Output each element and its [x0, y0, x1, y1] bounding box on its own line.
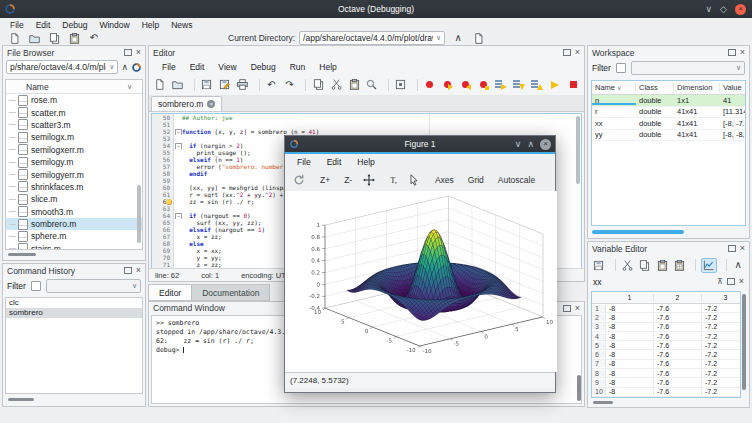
autoscale-button[interactable]: Autoscale [493, 173, 540, 187]
code-line[interactable]: 50## Author: jwe [152, 114, 581, 121]
variable-grid-row-8[interactable]: 8-8-7.6-7.2 [592, 369, 740, 378]
close-panel-icon[interactable]: × [136, 48, 141, 57]
workspace-header-value[interactable]: Value [720, 83, 746, 92]
menu-debug[interactable]: Debug [56, 19, 93, 31]
paste-table-button[interactable] [673, 259, 687, 272]
paste-button[interactable] [347, 78, 361, 91]
file-item-stairs[interactable]: stairs.m [6, 243, 142, 250]
code-line[interactable]: 52−function [x, y, z] = sombrero (n = 41… [152, 128, 581, 135]
breakpoint-marker[interactable] [166, 199, 172, 205]
figure-maximize-button[interactable]: ∧ [527, 140, 534, 149]
workspace-header-name[interactable]: Name ∨ [592, 83, 636, 92]
editor-vscrollbar[interactable] [576, 116, 580, 184]
rotate-tool[interactable] [291, 174, 307, 187]
close-panel-icon[interactable]: × [740, 48, 745, 57]
float-panel-icon[interactable] [563, 49, 571, 56]
figure-titlebar[interactable]: Figure 1 ∨ ∧ × [285, 136, 555, 152]
workspace-row-xx[interactable]: xxdouble41x41[-8, -7.6 [592, 118, 745, 130]
workspace-header-dimension[interactable]: Dimension [674, 83, 720, 92]
file-item-rose[interactable]: rose.m [6, 94, 142, 106]
file-item-sphere[interactable]: sphere.m [6, 230, 142, 242]
workspace-row-r[interactable]: rdouble41x41[11.314 [592, 107, 745, 119]
open-file-button[interactable] [171, 78, 185, 91]
file-item-smooth3[interactable]: smooth3.m [6, 206, 142, 218]
command-window-vscrollbar[interactable] [577, 375, 581, 401]
close-panel-icon[interactable]: × [575, 48, 580, 57]
history-item-sombrero[interactable]: sombrero [6, 308, 142, 318]
float-panel-icon[interactable] [727, 278, 735, 285]
float-panel-icon[interactable] [124, 49, 132, 56]
open-file-button[interactable] [26, 32, 42, 45]
close-panel-icon[interactable]: × [136, 266, 141, 275]
tab-editor[interactable]: Editor [148, 284, 192, 301]
editor-menu-help[interactable]: Help [312, 62, 343, 72]
variable-grid-row-5[interactable]: 5-8-7.6-7.2 [592, 341, 740, 350]
float-panel-icon[interactable] [728, 49, 736, 56]
figure-close-button[interactable]: × [540, 139, 551, 150]
figure-minimize-button[interactable]: ∨ [515, 140, 522, 149]
workspace-header-class[interactable]: Class [636, 83, 674, 92]
file-list-vscrollbar[interactable] [137, 185, 141, 243]
variable-grid-col-1[interactable]: 1 [606, 294, 654, 301]
variable-grid-col-3[interactable]: 3 [702, 294, 741, 301]
variable-editor-hscrollbar[interactable] [593, 401, 613, 404]
browse-directory-button[interactable] [470, 32, 486, 45]
variable-tab-xx[interactable]: xx [593, 277, 602, 287]
undo-button[interactable]: ↶ [86, 32, 102, 45]
filter-checkbox[interactable] [31, 281, 41, 291]
file-item-semilogx[interactable]: semilogx.m [6, 131, 142, 143]
sync-browser-directory-button[interactable] [131, 62, 142, 73]
tab-documentation[interactable]: Documentation [192, 284, 270, 301]
pan-tool[interactable] [361, 174, 377, 187]
up-button[interactable]: ∧ [732, 259, 746, 272]
paste-button[interactable] [655, 259, 669, 272]
variable-grid-row-1[interactable]: 1-8-7.6-7.2 [592, 304, 740, 313]
variable-editor-vscrollbar[interactable] [742, 294, 746, 390]
variable-grid-row-3[interactable]: 3-8-7.6-7.2 [592, 323, 740, 332]
file-item-slice[interactable]: slice.m [6, 193, 142, 205]
editor-menu-edit[interactable]: Edit [183, 62, 212, 72]
variable-grid-row-4[interactable]: 4-8-7.6-7.2 [592, 332, 740, 341]
file-browser-path-combo[interactable]: p/share/octave/4.4.0/m/plot/draw ∨ [6, 60, 118, 74]
new-script-button[interactable] [153, 78, 167, 91]
close-panel-icon[interactable]: × [575, 304, 580, 313]
variable-grid-row-10[interactable]: 10-8-7.6-7.2 [592, 388, 740, 397]
variable-grid-row-2[interactable]: 2-8-7.6-7.2 [592, 313, 740, 322]
close-panel-icon[interactable]: × [740, 244, 745, 253]
file-item-sombrero[interactable]: sombrero.m [6, 218, 142, 230]
file-item-shrinkfaces[interactable]: shrinkfaces.m [6, 181, 142, 193]
previous-breakpoint-button[interactable] [459, 78, 473, 91]
filter-checkbox[interactable] [616, 63, 626, 73]
figure-menu-help[interactable]: Help [349, 157, 382, 167]
step-button[interactable] [494, 78, 508, 91]
figure-menu-file[interactable]: File [289, 157, 319, 167]
redo-button[interactable]: ↷ [282, 78, 296, 91]
variable-grid-row-6[interactable]: 6-8-7.6-7.2 [592, 350, 740, 359]
figure-canvas[interactable] [285, 191, 557, 372]
menu-window[interactable]: Window [93, 19, 135, 31]
variable-grid-col-2[interactable]: 2 [654, 294, 702, 301]
file-item-scatter[interactable]: scatter.m [6, 106, 142, 118]
file-list-hscrollbar[interactable] [8, 253, 36, 256]
zoom-out-tool[interactable]: Z- [339, 173, 357, 187]
continue-button[interactable] [548, 78, 562, 91]
browser-up-button[interactable]: ∧ [121, 63, 128, 72]
save-button[interactable] [200, 78, 214, 91]
undo-button[interactable]: ↶ [264, 78, 278, 91]
menu-file[interactable]: File [4, 19, 30, 31]
float-panel-icon[interactable] [563, 305, 571, 312]
plot-button[interactable] [701, 258, 717, 273]
grid-button[interactable]: Grid [463, 173, 489, 187]
step-out-button[interactable] [530, 78, 544, 91]
zoom-in-tool[interactable]: Z+ [315, 173, 335, 187]
code-line[interactable]: 51 [152, 121, 581, 128]
find-button[interactable] [365, 78, 379, 91]
tab-sombrero[interactable]: sombrero.m × [151, 96, 222, 111]
maximize-button[interactable]: ◇ [720, 5, 727, 14]
next-breakpoint-button[interactable] [441, 78, 455, 91]
variable-grid-row-9[interactable]: 9-8-7.6-7.2 [592, 378, 740, 387]
file-browser-name-header[interactable]: Name ∨ [6, 80, 142, 94]
dock-icon[interactable]: ⊼ [717, 277, 723, 286]
file-item-scatter3[interactable]: scatter3.m [6, 119, 142, 131]
axes-button[interactable]: Axes [430, 173, 459, 187]
